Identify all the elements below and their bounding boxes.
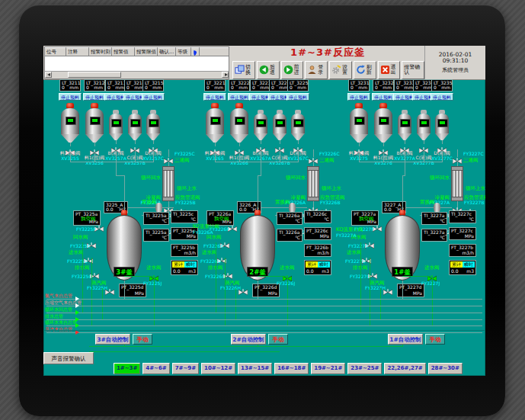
settings-button[interactable]: 设置 <box>329 61 352 79</box>
hopper-valve-icon[interactable] <box>90 146 99 153</box>
scroll-left-button[interactable] <box>45 72 52 78</box>
hopper-indicator <box>437 119 448 127</box>
pipe-segment <box>225 258 226 326</box>
three-way-valve-icon[interactable] <box>453 155 462 162</box>
pipe-segment <box>402 281 403 300</box>
alarm-column-2[interactable]: 报警时刻 <box>89 47 112 56</box>
three-way-valve-icon[interactable] <box>309 155 318 162</box>
motor-value: 0.0 <box>384 207 392 212</box>
scroll-right-button[interactable] <box>222 72 229 78</box>
tab-7-9-[interactable]: 7#~9# <box>172 363 199 374</box>
instrument-value: 0 <box>107 85 110 90</box>
valve-tag: FY3225H <box>87 286 107 290</box>
alarm-column-0[interactable]: 位号 <box>45 47 66 56</box>
hopper-red-cap <box>211 103 219 108</box>
tab-22-26-27-[interactable]: 22,26#,27# <box>384 363 425 374</box>
hopper-indicator <box>293 119 304 127</box>
manual-mode-button[interactable]: 手动 <box>133 334 152 345</box>
auto-control-button[interactable]: 3#自动控制 <box>95 334 130 345</box>
tab-10-12-[interactable]: 10#~12# <box>201 363 235 374</box>
alarm-column-3[interactable]: 报警值 <box>112 47 135 56</box>
valve-tag: FY3227H <box>365 286 386 290</box>
hopper-stop-button[interactable]: 停止预料 <box>287 93 309 101</box>
hopper-stop-button[interactable]: 停止预料 <box>372 93 395 101</box>
instrument-value: 0 <box>271 85 274 90</box>
pipe-segment <box>359 153 360 162</box>
tab-23-25-[interactable]: 23#~25# <box>347 363 382 374</box>
tab-1-3-[interactable]: 1#~3# <box>114 363 140 374</box>
forward-button[interactable]: 前进 <box>281 61 304 79</box>
hopper-valve-icon[interactable] <box>419 144 428 151</box>
hopper-cone <box>350 134 368 143</box>
hopper-red-cap <box>66 103 74 108</box>
instrument-box: LT_32120mm <box>84 79 105 91</box>
alarm-column-5[interactable]: 确认... <box>158 47 176 56</box>
tab-16-18-[interactable]: 16#~18# <box>274 363 309 374</box>
instrument-value: 0 <box>434 85 437 90</box>
total-badge: 累计 <box>172 261 184 268</box>
instrument-box: LT_32250mm <box>287 79 309 91</box>
hopper-stop-button[interactable]: 停止预料 <box>347 93 370 101</box>
pipe-segment <box>405 162 405 175</box>
instrument-box: TI_3226c℃ <box>304 210 331 223</box>
instrument-unit: mm <box>115 85 124 90</box>
alarm-column-4[interactable]: 报警限值 <box>135 47 158 56</box>
refresh-button[interactable]: 刷新 <box>354 61 376 79</box>
instrument-unit: mm <box>69 85 78 90</box>
alarm-confirm-button[interactable]: 报警确认 <box>402 61 424 79</box>
condenser-top-cap <box>162 166 174 171</box>
toolbar-button-label: 后退 <box>270 65 277 75</box>
alarm-sound-confirm-button[interactable]: 声音报警确认 <box>43 352 94 364</box>
valve-label: 回水阀 <box>73 235 88 240</box>
auto-control-button[interactable]: 1#自动控制 <box>388 334 423 345</box>
instrument-unit: mm <box>238 85 248 90</box>
hopper-indicator <box>379 117 389 125</box>
pipe-segment <box>94 153 95 162</box>
alarm-table-hscrollbar[interactable] <box>45 71 229 79</box>
tab-19-21-[interactable]: 19#~21# <box>311 363 345 374</box>
hopper-stop-button[interactable]: 停止预料 <box>59 93 82 101</box>
manual-mode-button[interactable]: 手动 <box>425 334 445 345</box>
hopper-stop-button[interactable]: 停止预料 <box>142 93 165 101</box>
login-button[interactable]: 登录 <box>305 61 328 79</box>
hopper-valve-icon[interactable] <box>130 144 139 151</box>
three-way-valve-icon[interactable] <box>164 155 173 162</box>
tab-4-6-[interactable]: 4#~6# <box>142 363 169 374</box>
hopper-stop-button[interactable]: 停止预料 <box>431 93 453 101</box>
pipe-segment <box>215 153 216 162</box>
instrument-value: 0 <box>86 85 89 90</box>
condenser <box>162 166 174 201</box>
instrument-box: PT_3226dMPa <box>252 284 280 297</box>
tab-28-30-[interactable]: 28#~30# <box>428 363 463 374</box>
hopper-indicator <box>111 119 122 127</box>
condenser-top-cap <box>451 166 463 171</box>
valve-label: 进水阀 <box>202 250 217 255</box>
hopper-stop-button[interactable]: 停止预料 <box>83 93 106 101</box>
toolbar-button-label: 设置 <box>342 65 350 75</box>
valve-tag: FY3225F <box>76 227 96 232</box>
hopper-indicator-bar <box>92 119 98 122</box>
alarm-column-6[interactable]: 等级 <box>176 47 191 56</box>
hopper-stop-button[interactable]: 停止预料 <box>228 93 251 101</box>
alarm-column-1[interactable]: 注释 <box>66 47 89 56</box>
hopper-valve-icon[interactable] <box>275 144 284 151</box>
pipe-segment <box>261 207 307 208</box>
instrument-box: LT_32320mm <box>373 79 394 91</box>
valve-tag: FY3226B <box>320 200 341 205</box>
scroll-thumb[interactable] <box>68 72 121 78</box>
hopper-cone <box>206 134 224 143</box>
hopper-valve-icon[interactable] <box>235 146 244 153</box>
manual-mode-button[interactable]: 手动 <box>268 334 288 345</box>
auto-control-button[interactable]: 2#自动控制 <box>231 334 266 345</box>
hopper-stop-button[interactable]: 停止预料 <box>203 93 226 101</box>
pipe-segment <box>153 151 154 162</box>
pipe-segment <box>46 325 482 326</box>
exit-button[interactable]: 退出 <box>378 61 401 79</box>
valve-label: 回水阀 <box>206 235 222 240</box>
hopper-indicator <box>149 119 159 127</box>
tab-13-15-[interactable]: 13#~15# <box>238 363 272 374</box>
hopper-valve-icon[interactable] <box>379 146 388 153</box>
valve-tag: FY3226E <box>203 244 223 248</box>
back-button[interactable]: 后退 <box>257 61 280 79</box>
switch-button[interactable]: 切换 <box>232 61 255 79</box>
